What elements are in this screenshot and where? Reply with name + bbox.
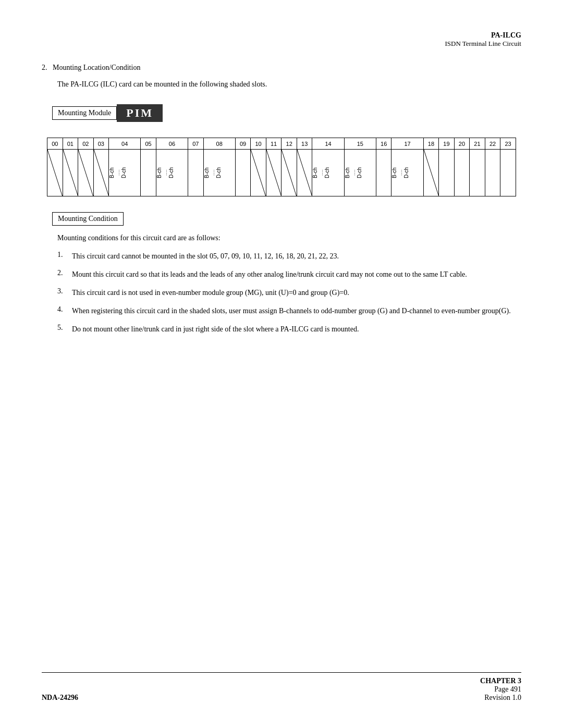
slot-cell-11	[266, 150, 282, 196]
mounting-condition-label: Mounting Condition	[52, 212, 124, 226]
slot-cell-03	[93, 150, 109, 196]
slot-header-21: 21	[470, 138, 485, 150]
footer-revision: Revision 1.0	[480, 694, 521, 702]
footer-chapter: CHAPTER 3	[480, 677, 521, 685]
slot-table: 00 01 02 03 04 05 06 07 08 09 10 11 12 1…	[47, 138, 516, 196]
slot-header-09: 09	[235, 138, 251, 150]
slot-cell-07	[188, 150, 204, 196]
slot-cell-16	[376, 150, 391, 196]
svg-line-5	[266, 150, 282, 196]
page-header: PA-ILCG ISDN Terminal Line Circuit	[42, 31, 521, 48]
slot-cell-17: B-ch . . . . D-ch	[391, 150, 423, 196]
slot-cell-20	[454, 150, 470, 196]
slot-header-11: 11	[266, 138, 282, 150]
slot-header-20: 20	[454, 138, 470, 150]
header-subtitle: ISDN Terminal Line Circuit	[42, 40, 521, 48]
slot-cell-01	[63, 150, 78, 196]
slot-header-05: 05	[141, 138, 156, 150]
condition-text-4: When registering this circuit card in th…	[72, 305, 521, 316]
slot-header-13: 13	[297, 138, 312, 150]
slot-header-22: 22	[485, 138, 500, 150]
condition-item-3: 3. This circuit card is not used in even…	[57, 287, 521, 298]
svg-line-7	[297, 150, 312, 196]
section-heading: 2. Mounting Location/Condition	[42, 64, 521, 72]
slot-header-04: 04	[109, 138, 141, 150]
condition-num-5: 5.	[57, 324, 68, 332]
svg-line-4	[251, 150, 266, 196]
slot-header-14: 14	[312, 138, 344, 150]
slot-header-18: 18	[423, 138, 439, 150]
slot-cell-14: B-ch . . . . D-ch	[312, 150, 344, 196]
svg-line-8	[424, 150, 439, 196]
page: PA-ILCG ISDN Terminal Line Circuit 2. Mo…	[0, 0, 563, 728]
slot-header-10: 10	[251, 138, 266, 150]
mounting-module-pim: PIM	[117, 104, 163, 122]
slot-cell-09	[235, 150, 251, 196]
condition-num-2: 2.	[57, 269, 68, 277]
header-title: PA-ILCG	[42, 31, 521, 40]
slot-cell-02	[78, 150, 94, 196]
condition-text-3: This circuit card is not used in even-nu…	[72, 287, 521, 298]
slot-header-17: 17	[391, 138, 423, 150]
slot-header-02: 02	[78, 138, 94, 150]
slot-header-15: 15	[344, 138, 376, 150]
slot-cell-19	[439, 150, 455, 196]
slot-cell-13	[297, 150, 312, 196]
condition-num-4: 4.	[57, 305, 68, 314]
slot-header-03: 03	[93, 138, 109, 150]
slot-cell-08: B-ch . . . . D-ch	[203, 150, 235, 196]
condition-num-3: 3.	[57, 287, 68, 295]
footer-left: NDA-24296	[42, 694, 78, 702]
slot-header-06: 06	[156, 138, 188, 150]
conditions-list: 1. This circuit card cannot be mounted i…	[57, 251, 521, 335]
slot-content-row: B-ch . . . . D-ch B-ch . . . . D-ch	[47, 150, 516, 196]
slot-cell-00	[47, 150, 63, 196]
slot-cell-04: B-ch . . . . D-ch	[109, 150, 141, 196]
slot-header-12: 12	[282, 138, 297, 150]
mounting-module-label: Mounting Module	[52, 106, 117, 120]
svg-line-6	[282, 150, 297, 196]
svg-line-0	[47, 150, 63, 196]
slot-cell-12	[282, 150, 297, 196]
slot-header-row: 00 01 02 03 04 05 06 07 08 09 10 11 12 1…	[47, 138, 516, 150]
slot-cell-15: B-ch . . . . D-ch	[344, 150, 376, 196]
condition-item-2: 2. Mount this circuit card so that its l…	[57, 269, 521, 280]
condition-item-4: 4. When registering this circuit card in…	[57, 305, 521, 316]
mounting-module-container: Mounting Module PIM	[52, 104, 521, 122]
slot-cell-05	[141, 150, 156, 196]
condition-text-1: This circuit card cannot be mounted in t…	[72, 251, 521, 262]
condition-text-2: Mount this circuit card so that its lead…	[72, 269, 521, 280]
condition-num-1: 1.	[57, 251, 68, 259]
condition-intro: Mounting conditions for this circuit car…	[57, 234, 521, 242]
slot-cell-10	[251, 150, 266, 196]
condition-item-1: 1. This circuit card cannot be mounted i…	[57, 251, 521, 262]
slot-cell-21	[470, 150, 485, 196]
slot-cell-22	[485, 150, 500, 196]
slot-header-00: 00	[47, 138, 63, 150]
slot-header-01: 01	[63, 138, 78, 150]
slot-header-07: 07	[188, 138, 204, 150]
svg-line-2	[78, 150, 93, 196]
slot-header-08: 08	[203, 138, 235, 150]
intro-text: The PA-ILCG (ILC) card can be mounted in…	[57, 80, 521, 89]
footer-right: CHAPTER 3 Page 491 Revision 1.0	[480, 677, 521, 702]
slot-table-container: 00 01 02 03 04 05 06 07 08 09 10 11 12 1…	[47, 138, 516, 196]
page-footer: NDA-24296 CHAPTER 3 Page 491 Revision 1.…	[42, 672, 521, 702]
condition-item-5: 5. Do not mount other line/trunk card in…	[57, 324, 521, 335]
slot-header-19: 19	[439, 138, 455, 150]
section-title: Mounting Location/Condition	[53, 64, 140, 71]
slot-cell-06: B-ch . . . . D-ch	[156, 150, 188, 196]
condition-text-5: Do not mount other line/trunk card in ju…	[72, 324, 521, 335]
slot-header-16: 16	[376, 138, 391, 150]
svg-line-3	[94, 150, 109, 196]
section-number: 2.	[42, 64, 47, 71]
slot-header-23: 23	[500, 138, 516, 150]
slot-cell-23	[500, 150, 516, 196]
svg-line-1	[63, 150, 78, 196]
slot-cell-18	[423, 150, 439, 196]
footer-page: Page 491	[480, 685, 521, 694]
